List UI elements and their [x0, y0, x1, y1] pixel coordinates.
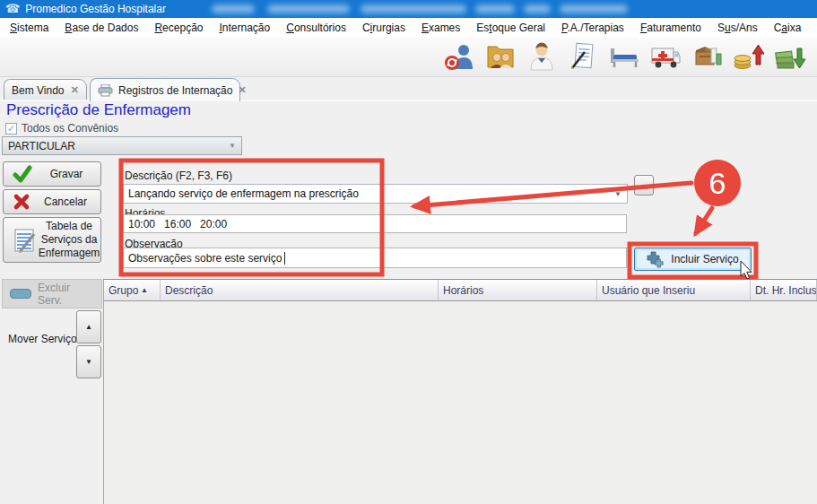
column-header-5[interactable]: Dt. Hr. Inclusão [751, 280, 817, 300]
tabela-servicos-button[interactable]: Tabela de Serviços da Enfermagem [3, 217, 101, 263]
sort-asc-icon: ▲ [141, 286, 148, 294]
menu-item-base-de-dados[interactable]: Base de Dados [56, 19, 146, 37]
services-table: Grupo▲DescriçãoHoráriosUsuário que Inser… [103, 279, 817, 504]
todos-convenios-label: Todos os Convênios [22, 122, 118, 135]
redacted-text [361, 4, 466, 13]
convenio-dropdown[interactable]: PARTICULAR ▼ [2, 136, 242, 155]
tabela-servicos-label: Tabela de Serviços da Enfermagem [38, 220, 100, 260]
x-icon [13, 193, 30, 211]
page-title: Prescrição de Enfermagem [6, 101, 191, 119]
observacao-input[interactable]: Observações sobre este serviço [123, 248, 627, 268]
horarios-input[interactable] [123, 214, 627, 233]
tab-bem-vindo[interactable]: Bem Vindo ✕ [4, 79, 87, 100]
column-header-label: Usuário que Inseriu [602, 284, 695, 297]
doctor-icon[interactable] [526, 41, 558, 72]
plus-icon [647, 251, 665, 268]
service-bar-icon [10, 289, 31, 299]
table-header: Grupo▲DescriçãoHoráriosUsuário que Inser… [104, 280, 817, 301]
convenio-value: PARTICULAR [8, 140, 75, 152]
excluir-servico-button[interactable]: Excluir Serv. [2, 279, 102, 308]
arrow-up-icon: ▲ [85, 323, 92, 331]
incluir-servico-button[interactable]: Incluir Serviço [634, 248, 752, 271]
tab-label: Bem Vindo [12, 84, 64, 97]
todos-convenios-row: ✓ Todos os Convênios [5, 122, 118, 135]
arrow-down-icon: ▼ [85, 358, 92, 366]
app-icon: ☎ [5, 0, 20, 18]
column-header-label: Dt. Hr. Inclusão [755, 284, 817, 297]
cancelar-button[interactable]: Cancelar [3, 189, 101, 214]
browse-button[interactable]: ... [634, 175, 654, 196]
move-down-button[interactable]: ▼ [76, 345, 101, 378]
sync-users-icon[interactable] [443, 41, 475, 72]
stock-supplies-icon[interactable] [691, 41, 723, 72]
redacted-text [475, 4, 515, 13]
hospital-bed-icon[interactable] [608, 41, 640, 72]
menu-item-administracao[interactable]: Administração [809, 19, 817, 37]
tab-close-icon[interactable]: ✕ [71, 84, 79, 96]
table-pencil-icon [13, 227, 38, 254]
descricao-label: Descrição (F2, F3, F6) [125, 169, 232, 182]
menu-item-cirurgias[interactable]: Cirurgias [354, 19, 413, 37]
column-header-2[interactable]: Descrição [161, 280, 439, 300]
redacted-text [524, 4, 551, 13]
patients-folder-icon[interactable] [484, 41, 517, 72]
printer-icon [98, 84, 113, 97]
menu-item-sistema[interactable]: Sistema [2, 19, 56, 37]
menu-bar: SistemaBase de DadosRecepçãoInternaçãoCo… [0, 18, 817, 38]
redacted-text [560, 4, 628, 13]
browse-label: ... [639, 180, 648, 191]
column-header-label: Grupo [109, 284, 138, 297]
column-header-label: Descrição [165, 284, 213, 297]
descricao-input[interactable] [124, 187, 609, 200]
menu-item-internacao[interactable]: Internação [211, 19, 278, 37]
money-in-icon[interactable] [732, 41, 764, 72]
column-header-3[interactable]: Horários [439, 280, 597, 300]
column-header-4[interactable]: Usuário que Inseriu [597, 280, 751, 300]
money-out-icon[interactable] [773, 41, 805, 72]
tab-registros-de-internacao[interactable]: Registros de Internação ✕ [90, 78, 240, 101]
ambulance-icon[interactable] [649, 41, 682, 72]
annotation-arrow-to-button [696, 208, 712, 233]
menu-item-sus-ans[interactable]: Sus/Ans [709, 19, 766, 37]
combo-dropdown-icon[interactable]: ▼ [609, 190, 627, 198]
todos-convenios-checkbox[interactable]: ✓ [5, 123, 17, 135]
column-header-label: Horários [443, 284, 483, 297]
window-title: Promedico Gestão Hospitalar [25, 3, 166, 15]
redacted-text [267, 4, 350, 13]
menu-item-consultorios[interactable]: Consultórios [278, 19, 354, 37]
tab-close-icon[interactable]: ✕ [238, 84, 246, 96]
descricao-combobox: ▼ [123, 184, 628, 204]
menu-item-exames[interactable]: Exames [413, 19, 468, 37]
prescription-document-icon[interactable] [567, 41, 599, 72]
menu-item-faturamento[interactable]: Faturamento [632, 19, 709, 37]
toolbar [0, 38, 817, 77]
tab-label: Registros de Internação [118, 84, 232, 97]
gravar-label: Gravar [32, 168, 100, 181]
chevron-down-icon: ▼ [229, 142, 236, 150]
redacted-text [212, 4, 255, 13]
annotation-step-circle [694, 160, 741, 206]
incluir-servico-label: Incluir Serviço [671, 253, 738, 265]
observacao-value: Observações sobre este serviço [128, 252, 282, 265]
menu-item-recepcao[interactable]: Recepção [146, 19, 211, 37]
column-header-1[interactable]: Grupo▲ [104, 280, 161, 300]
gravar-button[interactable]: Gravar [3, 161, 101, 187]
app-window: ☎ Promedico Gestão Hospitalar SistemaBas… [0, 0, 817, 504]
menu-item-estoque-geral[interactable]: Estoque Geral [468, 19, 553, 37]
excluir-servico-label: Excluir Serv. [38, 282, 94, 307]
annotation-step-number: 6 [709, 166, 726, 200]
text-cursor [284, 252, 285, 265]
tab-bar: Bem Vindo ✕ Registros de Internação ✕ [0, 77, 817, 100]
cancelar-label: Cancelar [30, 196, 100, 209]
menu-item-pa-terapias[interactable]: P.A./Terapias [553, 19, 632, 37]
menu-item-caixa[interactable]: Caixa [766, 19, 810, 37]
check-icon [13, 165, 32, 183]
move-up-button[interactable]: ▲ [76, 310, 101, 343]
title-bar: ☎ Promedico Gestão Hospitalar [0, 0, 817, 18]
mover-servico-label: Mover Serviço [8, 333, 77, 345]
